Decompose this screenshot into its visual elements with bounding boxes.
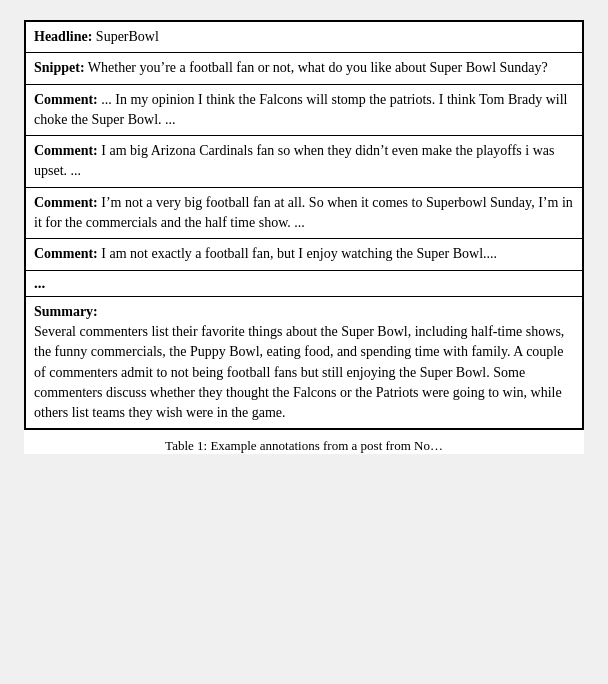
comment2-text: I am big Arizona Cardinals fan so when t… (34, 143, 554, 178)
headline-text: SuperBowl (92, 29, 159, 44)
comment1-text: ... In my opinion I think the Falcons wi… (34, 92, 567, 127)
snippet-text: Whether you’re a football fan or not, wh… (85, 60, 548, 75)
ellipsis-text: ... (34, 275, 45, 291)
summary-label: Summary: (34, 304, 98, 319)
table-container: Headline: SuperBowl Snippet: Whether you… (24, 20, 584, 430)
comment3-label: Comment: (34, 195, 98, 210)
snippet-label: Snippet: (34, 60, 85, 75)
comment3-text: I’m not a very big football fan at all. … (34, 195, 573, 230)
headline-row: Headline: SuperBowl (26, 22, 582, 53)
table-caption: Table 1: Example annotations from a post… (24, 438, 584, 454)
comment4-row: Comment: I am not exactly a football fan… (26, 239, 582, 270)
comment4-text: I am not exactly a football fan, but I e… (98, 246, 497, 261)
comment1-row: Comment: ... In my opinion I think the F… (26, 85, 582, 137)
comment1-label: Comment: (34, 92, 98, 107)
ellipsis-row: ... (26, 271, 582, 297)
headline-label: Headline: (34, 29, 92, 44)
comment3-row: Comment: I’m not a very big football fan… (26, 188, 582, 240)
page-wrapper: Headline: SuperBowl Snippet: Whether you… (24, 20, 584, 454)
comment4-label: Comment: (34, 246, 98, 261)
comment2-row: Comment: I am big Arizona Cardinals fan … (26, 136, 582, 188)
summary-text: Several commenters list their favorite t… (34, 324, 564, 420)
snippet-row: Snippet: Whether you’re a football fan o… (26, 53, 582, 84)
comment2-label: Comment: (34, 143, 98, 158)
summary-row: Summary: Several commenters list their f… (26, 297, 582, 429)
